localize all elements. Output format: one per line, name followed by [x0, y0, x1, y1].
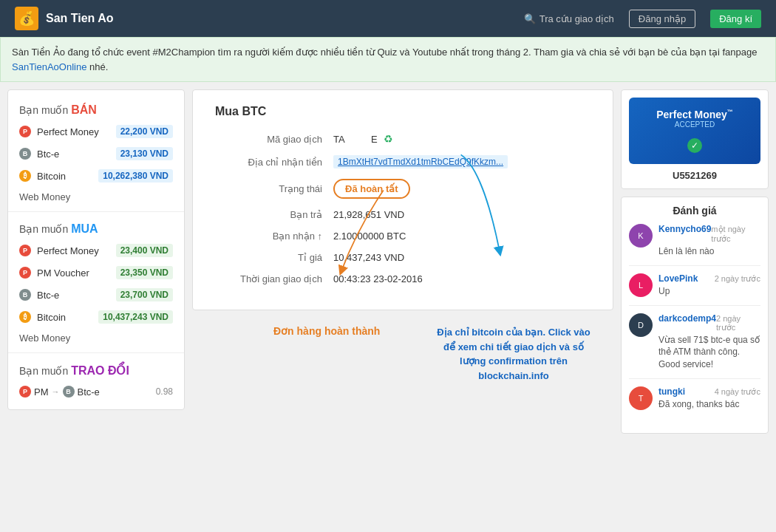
review-text-3: Vừa sell 71$ btc-e qua số thẻ ATM thành …	[658, 334, 760, 371]
pm-icon-buy: P	[19, 245, 31, 256]
site-title: San Tien Ao	[46, 12, 114, 25]
tx-label-pay: Bạn trả	[215, 209, 333, 220]
pm-account-id: U5521269	[629, 170, 760, 181]
review-time-2: 2 ngày trước	[715, 274, 760, 284]
tx-receive-value: 2.10000000 BTC	[333, 231, 406, 242]
tx-id-value: TA E ♻	[333, 133, 393, 145]
login-button[interactable]: Đăng nhập	[629, 10, 695, 28]
review-avatar-2: L	[629, 273, 653, 297]
tx-pay-value: 21,928,651 VND	[333, 209, 404, 220]
perfect-money-card: Perfect Money™ ACCEPTED ✓ U5521269	[621, 89, 769, 189]
review-time-1: một ngày trước	[711, 225, 760, 244]
sidebar-item-buy-btce[interactable]: B Btc-e 23,700 VND	[8, 284, 184, 306]
header-logo: 💰 San Tien Ao	[15, 7, 524, 30]
review-time-4: 4 ngày trước	[715, 387, 760, 397]
exchange-rate: 0.98	[156, 386, 173, 397]
search-icon: 🔍	[524, 13, 536, 24]
tx-label-rate: Tỉ giá	[215, 252, 333, 263]
tx-label-time: Thời gian giao dịch	[215, 273, 333, 284]
btc-icon-buy: ₿	[19, 311, 31, 323]
exchange-to-label: Btc-e	[78, 386, 100, 398]
right-sidebar: Perfect Money™ ACCEPTED ✓ U5521269 Đánh …	[621, 89, 769, 434]
sidebar: Bạn muốn BÁN P Perfect Money 22,200 VND …	[7, 89, 185, 410]
sidebar-divider-2	[8, 352, 184, 353]
btce-icon-buy: B	[19, 289, 31, 301]
buy-section-prefix: Bạn muốn	[19, 223, 71, 235]
review-avatar-1: K	[629, 224, 653, 248]
center-content: Mua BTC Mã giao dịch TA E ♻ Địa chỉ nhận…	[192, 89, 613, 414]
sidebar-buy-title: Bạn muốn MUA	[8, 216, 184, 239]
sidebar-item-sell-btc[interactable]: ₿ Bitcoin 10,262,380 VND	[8, 165, 184, 187]
review-time-3: 2 ngày trước	[716, 314, 760, 332]
review-author-4: tungki	[658, 386, 685, 397]
search-label: Tra cứu giao dịch	[540, 13, 614, 24]
review-avatar-4: T	[629, 386, 653, 410]
register-button[interactable]: Đăng kí	[710, 10, 761, 28]
review-item-3: D darkcodemp4 2 ngày trước Vừa sell 71$ …	[629, 313, 760, 379]
exchange-arrow-icon: →	[52, 387, 60, 396]
transaction-card: Mua BTC Mã giao dịch TA E ♻ Địa chỉ nhận…	[192, 89, 613, 310]
sidebar-item-sell-btce[interactable]: B Btc-e 23,130 VND	[8, 143, 184, 165]
sell-section-action: BÁN	[71, 103, 97, 116]
status-badge: Đã hoàn tất	[333, 179, 410, 199]
banner-text2: nhé.	[86, 61, 108, 72]
pm-card-image: Perfect Money™ ACCEPTED ✓	[629, 98, 760, 164]
tx-rate-value: 10,437,243 VND	[333, 252, 404, 263]
buy-pm-price: 23,400 VND	[116, 244, 173, 257]
search-link[interactable]: 🔍 Tra cứu giao dịch	[524, 13, 614, 24]
review-author-3: darkcodemp4	[658, 313, 716, 324]
btce-icon: B	[19, 148, 31, 160]
tx-id-text: TA E	[333, 134, 378, 145]
review-text-4: Đã xong, thanks bác	[658, 398, 760, 411]
sidebar-exchange-title: Bạn muốn TRAO ĐỔI	[8, 358, 184, 381]
sidebar-item-buy-webmoney[interactable]: Web Money	[8, 328, 184, 348]
sidebar-item-sell-webmoney[interactable]: Web Money	[8, 187, 184, 207]
refresh-icon[interactable]: ♻	[384, 133, 393, 145]
tx-label-address: Địa chỉ nhận tiền	[215, 157, 333, 168]
tx-label-id: Mã giao dịch	[215, 134, 333, 145]
buy-section-action: MUA	[71, 222, 98, 235]
pm-accepted-label: ACCEPTED	[636, 120, 753, 129]
tx-label-status: Trạng thái	[215, 183, 333, 194]
pm-logo: Perfect Money™	[636, 109, 753, 120]
review-content-4: tungki 4 ngày trước Đã xong, thanks bác	[658, 386, 760, 411]
pm-icon: P	[19, 126, 31, 137]
review-content-1: Kennycho69 một ngày trước Lên là lên nào	[658, 224, 760, 258]
sidebar-item-buy-btc[interactable]: ₿ Bitcoin 10,437,243 VND	[8, 306, 184, 328]
header-nav: 🔍 Tra cứu giao dịch Đăng nhập Đăng kí	[524, 10, 761, 28]
header: 💰 San Tien Ao 🔍 Tra cứu giao dịch Đăng n…	[0, 0, 776, 37]
buy-webmoney-label: Web Money	[19, 332, 70, 344]
sidebar-item-exchange-pm-btce[interactable]: P PM → B Btc-e 0.98	[8, 381, 184, 402]
btc-icon: ₿	[19, 170, 31, 182]
sidebar-item-sell-pm[interactable]: P Perfect Money 22,200 VND	[8, 120, 184, 143]
tx-address-value[interactable]: 1BmXtHt7vdTmdXd1tmRbCEdQ9fKkzm...	[333, 155, 508, 168]
btce-exchange-icon: B	[63, 386, 75, 398]
sidebar-divider-1	[8, 211, 184, 212]
annotation-blue: Địa chỉ bitcoin của bạn. Click vào để xe…	[436, 325, 591, 383]
tx-label-receive: Bạn nhận ↑	[215, 231, 333, 242]
tx-row-receive: Bạn nhận ↑ 2.10000000 BTC	[215, 231, 590, 242]
banner-link[interactable]: SanTienAoOnline	[12, 61, 86, 72]
buy-pm-label: Perfect Money	[37, 245, 99, 256]
exchange-action: TRAO ĐỔI	[71, 364, 129, 377]
buy-btce-label: Btc-e	[37, 290, 59, 301]
sell-btce-price: 23,130 VND	[116, 147, 173, 160]
annotations-area: Đơn hàng hoàn thành Địa chỉ bitcoin của …	[192, 318, 613, 414]
tx-time-value: 00:43:23 23-02-2016	[333, 273, 423, 284]
tx-row-id: Mã giao dịch TA E ♻	[215, 133, 590, 145]
review-text-1: Lên là lên nào	[658, 245, 760, 258]
sidebar-item-buy-pmvoucher[interactable]: P PM Voucher 23,350 VND	[8, 262, 184, 284]
buy-btc-price: 10,437,243 VND	[98, 310, 173, 324]
sidebar-item-buy-pm[interactable]: P Perfect Money 23,400 VND	[8, 239, 184, 262]
buy-btc-label: Bitcoin	[37, 312, 66, 323]
pmvoucher-icon: P	[19, 267, 31, 279]
review-author-2: LovePink	[658, 273, 698, 284]
buy-pmvoucher-label: PM Voucher	[37, 267, 89, 279]
pm-exchange-icon: P	[19, 386, 31, 398]
exchange-from-label: PM	[34, 386, 49, 398]
tx-row-status: Trạng thái Đã hoàn tất	[215, 179, 590, 199]
review-author-1: Kennycho69	[658, 224, 711, 234]
sell-btc-label: Bitcoin	[37, 171, 66, 182]
tx-row-pay: Bạn trả 21,928,651 VND	[215, 209, 590, 220]
buy-btce-price: 23,700 VND	[116, 288, 173, 301]
